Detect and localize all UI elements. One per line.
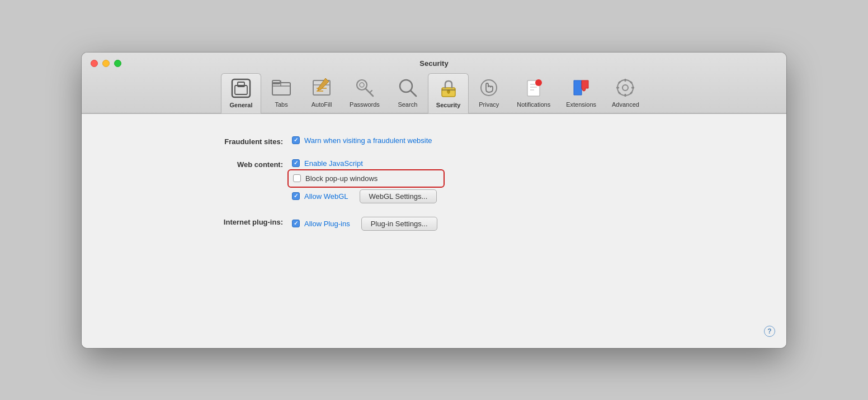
- close-button[interactable]: [91, 60, 98, 67]
- toolbar-item-security[interactable]: Security: [428, 73, 469, 113]
- svg-point-28: [622, 85, 628, 91]
- toolbar-item-passwords[interactable]: Passwords: [342, 73, 388, 113]
- block-popups-label: Block pop-up windows: [305, 174, 378, 183]
- notifications-label: Notifications: [517, 101, 550, 108]
- warn-fraudulent-label: Warn when visiting a fraudulent website: [304, 136, 432, 145]
- security-label: Security: [436, 102, 460, 108]
- general-label: General: [230, 102, 253, 108]
- help-button[interactable]: ?: [764, 326, 775, 337]
- webgl-settings-button[interactable]: WebGL Settings...: [360, 189, 437, 203]
- tabs-label: Tabs: [275, 101, 287, 108]
- title-bar: Security General: [82, 53, 786, 113]
- toolbar-item-extensions[interactable]: Extensions: [558, 73, 604, 113]
- enable-js-label: Enable JavaScript: [304, 159, 363, 168]
- svg-line-16: [411, 91, 416, 96]
- notifications-icon: [522, 77, 545, 99]
- svg-point-12: [360, 83, 364, 87]
- passwords-icon: [353, 77, 376, 99]
- maximize-button[interactable]: [114, 60, 121, 67]
- privacy-icon: [478, 77, 500, 99]
- fraudulent-sites-controls: Warn when visiting a fraudulent website: [292, 136, 432, 145]
- enable-js-row: Enable JavaScript: [292, 159, 437, 168]
- advanced-label: Advanced: [612, 101, 639, 108]
- web-content-controls: Enable JavaScript Block pop-up windows A…: [292, 159, 437, 203]
- block-popups-row: Block pop-up windows: [287, 169, 445, 188]
- web-content-label: Web content:: [182, 159, 283, 169]
- toolbar-item-tabs[interactable]: Tabs: [261, 73, 301, 113]
- svg-rect-32: [631, 87, 634, 88]
- fraudulent-sites-row: Fraudulent sites: Warn when visiting a f…: [182, 136, 686, 146]
- warn-fraudulent-row: Warn when visiting a fraudulent website: [292, 136, 432, 145]
- allow-webgl-checkbox[interactable]: [292, 192, 300, 200]
- svg-rect-3: [272, 83, 290, 95]
- settings-grid: Fraudulent sites: Warn when visiting a f…: [182, 136, 686, 231]
- advanced-icon: [614, 77, 636, 99]
- window-title: Security: [91, 59, 777, 68]
- svg-rect-31: [616, 87, 619, 88]
- toolbar-item-general[interactable]: General: [221, 73, 261, 113]
- toolbar-item-privacy[interactable]: Privacy: [469, 73, 509, 113]
- block-popups-checkbox[interactable]: [293, 174, 301, 182]
- plugin-settings-button[interactable]: Plug-in Settings...: [361, 217, 437, 231]
- svg-rect-29: [625, 79, 626, 82]
- allow-plugins-row: Allow Plug-ins Plug-in Settings...: [292, 217, 437, 231]
- fraudulent-sites-label: Fraudulent sites:: [182, 136, 283, 146]
- privacy-label: Privacy: [479, 101, 499, 108]
- search-label: Search: [398, 101, 417, 108]
- autofill-label: AutoFill: [312, 101, 332, 108]
- internet-plugins-label: Internet plug-ins:: [182, 217, 283, 226]
- passwords-label: Passwords: [350, 101, 380, 108]
- svg-point-26: [535, 79, 542, 86]
- svg-rect-30: [625, 94, 626, 97]
- svg-rect-19: [447, 92, 449, 94]
- allow-webgl-label: Allow WebGL: [304, 192, 348, 201]
- toolbar-item-advanced[interactable]: Advanced: [604, 73, 647, 113]
- allow-plugins-label: Allow Plug-ins: [304, 220, 350, 228]
- toolbar: General Tabs: [216, 73, 652, 113]
- allow-webgl-row: Allow WebGL WebGL Settings...: [292, 189, 437, 203]
- enable-js-checkbox[interactable]: [292, 159, 300, 167]
- tabs-icon: [270, 77, 293, 99]
- web-content-row: Web content: Enable JavaScript Block pop…: [182, 159, 686, 203]
- window-controls: [91, 60, 121, 67]
- search-icon: [397, 77, 419, 99]
- warn-fraudulent-checkbox[interactable]: [292, 136, 300, 144]
- extensions-icon: [570, 77, 592, 99]
- content-area: Fraudulent sites: Warn when visiting a f…: [82, 113, 786, 348]
- security-icon: [437, 77, 460, 99]
- internet-plugins-controls: Allow Plug-ins Plug-in Settings...: [292, 217, 437, 231]
- title-bar-top: Security: [91, 59, 777, 68]
- internet-plugins-row: Internet plug-ins: Allow Plug-ins Plug-i…: [182, 217, 686, 231]
- general-icon: [230, 77, 252, 99]
- toolbar-item-search[interactable]: Search: [388, 73, 428, 113]
- svg-line-14: [370, 91, 372, 93]
- autofill-icon: [310, 77, 333, 99]
- extensions-label: Extensions: [566, 101, 596, 108]
- minimize-button[interactable]: [102, 60, 110, 67]
- svg-point-21: [481, 80, 497, 96]
- safari-preferences-window: Security General: [82, 53, 786, 348]
- toolbar-item-notifications[interactable]: Notifications: [509, 73, 558, 113]
- toolbar-item-autofill[interactable]: AutoFill: [301, 73, 342, 113]
- allow-plugins-checkbox[interactable]: [292, 220, 300, 227]
